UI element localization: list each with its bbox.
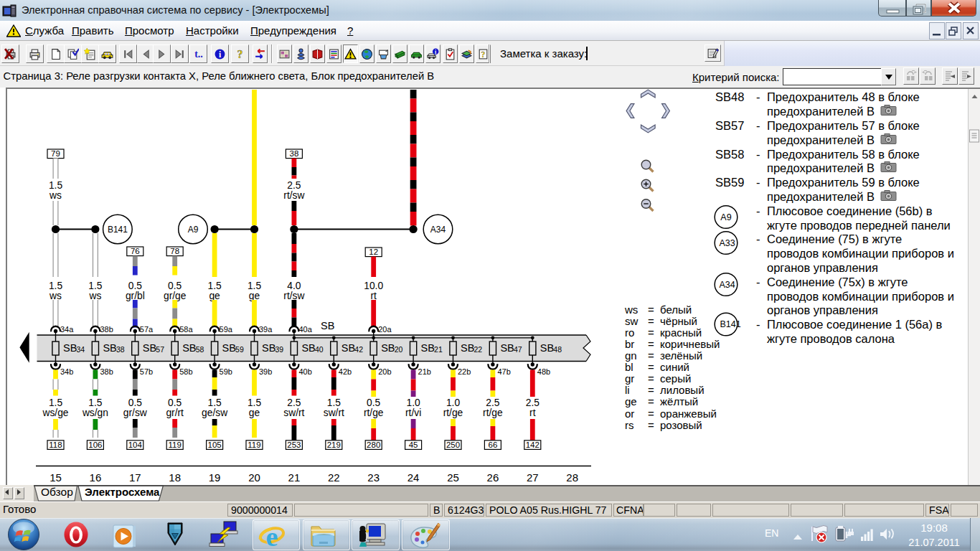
svg-text:rt/ge: rt/ge [364, 408, 384, 418]
svg-text:20: 20 [395, 345, 403, 354]
svg-text:20: 20 [248, 471, 260, 484]
svg-text:SB: SB [222, 342, 236, 354]
svg-text:40a: 40a [298, 325, 312, 334]
svg-text:66: 66 [489, 441, 498, 449]
svg-text:e: e [265, 522, 278, 550]
svg-text:SB: SB [421, 342, 435, 354]
svg-text:45: 45 [409, 441, 418, 449]
svg-text:24: 24 [407, 471, 420, 484]
svg-text:38b: 38b [100, 325, 113, 334]
svg-text:27: 27 [527, 471, 539, 484]
svg-text:gr/sw: gr/sw [123, 408, 147, 418]
svg-text:2.5: 2.5 [287, 397, 301, 408]
svg-text:39b: 39b [259, 367, 272, 376]
svg-text:SB: SB [143, 342, 156, 354]
svg-text:A9: A9 [188, 225, 199, 235]
svg-text:gr/bl: gr/bl [126, 291, 145, 301]
svg-text:ge/sw: ge/sw [202, 408, 227, 418]
svg-text:26: 26 [487, 471, 499, 484]
svg-text:118: 118 [49, 441, 62, 449]
svg-text:rt/ge: rt/ge [443, 408, 463, 418]
svg-text:1.0: 1.0 [407, 397, 421, 408]
svg-text:SB: SB [341, 342, 355, 354]
svg-text:gr/ge: gr/ge [164, 291, 187, 301]
svg-text:21b: 21b [418, 367, 431, 376]
svg-text:SB: SB [321, 320, 334, 331]
svg-text:SB: SB [381, 342, 395, 354]
svg-text:A33: A33 [719, 238, 735, 248]
svg-text:ws: ws [49, 190, 62, 201]
svg-text:19: 19 [209, 471, 221, 484]
svg-text:2.5: 2.5 [526, 397, 540, 408]
svg-text:219: 219 [327, 441, 341, 449]
svg-text:104: 104 [128, 441, 143, 449]
svg-text:4.0: 4.0 [287, 281, 301, 291]
svg-text:38: 38 [116, 345, 125, 354]
svg-text:12: 12 [369, 248, 378, 256]
svg-text:B141: B141 [108, 225, 128, 235]
svg-text:sw/rt: sw/rt [283, 408, 304, 418]
svg-text:42: 42 [354, 345, 363, 354]
svg-text:39: 39 [275, 345, 284, 354]
svg-text:22b: 22b [458, 367, 471, 376]
svg-text:40b: 40b [298, 367, 311, 376]
svg-text:2.5: 2.5 [287, 180, 301, 191]
svg-text:rt/sw: rt/sw [283, 291, 304, 301]
svg-text:59b: 59b [220, 367, 232, 376]
svg-text:0.5: 0.5 [168, 397, 182, 408]
svg-text:58a: 58a [179, 325, 193, 334]
svg-text:SB: SB [461, 342, 474, 354]
svg-text:SB: SB [63, 342, 77, 354]
svg-text:17: 17 [129, 471, 141, 484]
svg-text:59: 59 [235, 345, 244, 354]
svg-text:253: 253 [287, 441, 301, 449]
svg-text:0.5: 0.5 [168, 281, 182, 291]
svg-text:57b: 57b [140, 367, 153, 376]
svg-text:ws/ge: ws/ge [42, 408, 68, 418]
svg-text:10.0: 10.0 [364, 281, 383, 291]
svg-text:A9: A9 [720, 212, 731, 222]
svg-text:20b: 20b [378, 367, 391, 376]
svg-text:0.5: 0.5 [367, 397, 381, 408]
svg-text:A34: A34 [719, 280, 735, 290]
svg-text:76: 76 [131, 247, 140, 255]
svg-text:48: 48 [553, 345, 562, 354]
svg-text:ge: ge [249, 408, 260, 418]
svg-text:119: 119 [169, 441, 182, 449]
svg-text:SB: SB [301, 342, 315, 354]
svg-text:SB: SB [262, 342, 275, 354]
svg-text:16: 16 [90, 471, 102, 484]
svg-text:1.5: 1.5 [208, 281, 222, 291]
svg-text:rt/vi: rt/vi [405, 408, 421, 418]
svg-text:ws: ws [88, 291, 101, 301]
svg-text:SB: SB [182, 342, 196, 354]
svg-text:1.0: 1.0 [446, 397, 461, 408]
svg-text:SB: SB [500, 342, 514, 354]
svg-text:ws: ws [49, 291, 62, 301]
svg-text:22: 22 [474, 345, 483, 354]
svg-text:22: 22 [328, 471, 340, 484]
svg-text:39a: 39a [259, 325, 273, 334]
svg-text:34a: 34a [60, 325, 74, 334]
svg-text:1.5: 1.5 [327, 397, 341, 408]
svg-text:1.5: 1.5 [248, 281, 262, 291]
svg-text:47: 47 [514, 345, 522, 354]
svg-text:rt/ge: rt/ge [483, 408, 503, 418]
svg-text:34b: 34b [60, 367, 73, 376]
svg-text:58b: 58b [179, 367, 192, 376]
svg-text:2.5: 2.5 [486, 397, 500, 408]
svg-text:1.5: 1.5 [49, 397, 63, 408]
svg-text:rt: rt [370, 291, 377, 301]
svg-text:25: 25 [447, 471, 459, 484]
svg-text:SB: SB [540, 342, 554, 354]
svg-text:1.5: 1.5 [208, 397, 222, 408]
svg-text:40: 40 [315, 345, 324, 354]
svg-text:21: 21 [434, 345, 443, 354]
svg-text:ge: ge [209, 291, 220, 301]
svg-text:38b: 38b [100, 367, 113, 376]
svg-text:42b: 42b [339, 367, 352, 376]
svg-text:rt: rt [529, 408, 536, 418]
svg-text:34: 34 [77, 345, 85, 354]
svg-text:280: 280 [367, 441, 380, 449]
svg-text:47b: 47b [497, 367, 510, 376]
